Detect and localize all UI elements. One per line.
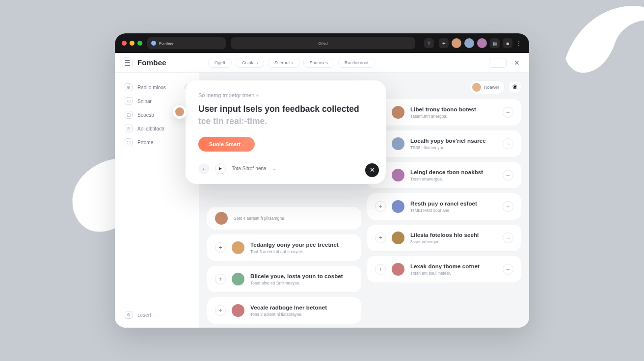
- chrome-avatar-3[interactable]: [477, 38, 487, 48]
- card-title: Vecale radboge lner betonet: [250, 305, 353, 310]
- list-item[interactable]: Sest 4 aerestt ft piltsamgne.: [207, 207, 361, 230]
- chrome-menu-icon[interactable]: ■: [503, 38, 512, 48]
- sidebar-item-3[interactable]: ◷ Aol albtitactr: [122, 122, 194, 135]
- list-item[interactable]: + Vecale radboge lner betonet Tons 3 aot…: [207, 297, 361, 324]
- card-title: Tcdanlgy oony your pee treetnet: [250, 242, 353, 248]
- arrow-right-icon[interactable]: →: [503, 201, 513, 212]
- traffic-close[interactable]: [122, 41, 127, 46]
- tab-3[interactable]: Snomses: [303, 58, 335, 68]
- card-title: Lelngi dence tbon noakbst: [410, 169, 497, 175]
- bag-icon: ▢: [125, 111, 133, 119]
- avatar-icon: [215, 212, 228, 225]
- card-title: Resth puy o rancl esfoet: [410, 201, 497, 206]
- sidebar-label: Aol albtitactr: [137, 126, 164, 131]
- plus-icon[interactable]: +: [215, 274, 226, 284]
- card-subtitle: Sest 4 aerestt ft piltsamgne.: [234, 216, 353, 221]
- popup-back-icon[interactable]: ‹: [198, 163, 209, 174]
- list-item[interactable]: + Tcdanlgy oony your pee treetnet Toot 3…: [207, 234, 361, 261]
- avatar-icon: [392, 137, 404, 150]
- plus-icon[interactable]: +: [375, 232, 386, 243]
- top-action-icon[interactable]: ❀: [509, 80, 521, 93]
- chrome-action-icon[interactable]: ✦: [439, 38, 449, 48]
- browser-chrome: Fombee Orled + ✦ ▤ ■ ⋮: [115, 33, 529, 53]
- current-user-chip[interactable]: Roawer: [470, 80, 505, 94]
- popup-author-avatar: [173, 105, 187, 119]
- avatar-icon: [392, 106, 404, 119]
- new-tab-button[interactable]: +: [424, 38, 434, 48]
- user-avatar-icon: [472, 83, 481, 92]
- popup-headline: User input lsels yon feedback collected …: [198, 103, 373, 128]
- sidebar-item-4[interactable]: ◌ Prtome: [122, 135, 194, 149]
- plus-icon[interactable]: +: [215, 305, 226, 316]
- popup-play-icon[interactable]: ▶: [215, 163, 226, 174]
- card-subtitle: Tons 3 aotent nl tiatsorayne.: [250, 312, 353, 317]
- popup-cta-button[interactable]: Suole Smert -: [198, 137, 255, 152]
- card-subtitle: Toset alne ett Sniltmeayoe.: [250, 281, 353, 285]
- avatar-icon: [232, 304, 244, 317]
- card-icon: ▭: [125, 97, 133, 105]
- plus-icon[interactable]: +: [375, 264, 386, 275]
- arrow-right-icon[interactable]: →: [503, 170, 513, 180]
- plus-icon[interactable]: +: [215, 242, 226, 253]
- avatar-icon: [232, 241, 244, 254]
- list-item[interactable]: + Lilesia foteloos hlo seehl 3sser urtne…: [367, 225, 521, 251]
- tab-1[interactable]: Cniplals: [236, 58, 264, 68]
- tab-0[interactable]: Ogett: [208, 58, 232, 68]
- sidebar-footer[interactable]: ⚙ Lesert: [122, 308, 194, 322]
- sidebar-item-0[interactable]: ⊕ Radllo mioos ·: [122, 80, 194, 94]
- card-subtitle: 3sser urtnergoe.: [410, 239, 497, 244]
- popup-footer-label: Tota Sltrof-hena: [232, 166, 267, 171]
- arrow-right-icon[interactable]: →: [503, 138, 513, 149]
- card-subtitle: Trssn ent soul insteer.: [410, 271, 497, 276]
- traffic-minimize[interactable]: [130, 41, 134, 46]
- popup-kicker: So inemg tmoetgr tmen: [198, 92, 373, 98]
- list-item[interactable]: + Lelngi dence tbon noakbst Trssn urtane…: [367, 162, 521, 188]
- bg-swoosh-top: [546, 0, 644, 108]
- tab-label: Fombee: [159, 41, 173, 46]
- hamburger-icon[interactable]: [122, 57, 133, 68]
- browser-tab[interactable]: Fombee: [147, 37, 226, 49]
- url-bar[interactable]: Orled: [231, 37, 415, 49]
- sidebar-label: Sninar: [137, 99, 152, 104]
- popup-close-button[interactable]: ✕: [365, 163, 379, 177]
- list-item[interactable]: + Lexak dony tbome cotnet Trssn ent soul…: [367, 256, 521, 283]
- traffic-lights: [122, 41, 142, 46]
- card-subtitle: Tasem.tnrt anergos.: [410, 114, 497, 119]
- traffic-maximize[interactable]: [137, 41, 142, 46]
- onboarding-popup: So inemg tmoetgr tmen User input lsels y…: [186, 80, 386, 184]
- chrome-avatar-2[interactable]: [464, 38, 474, 48]
- headline-a: User input lsels yon feedback collected: [198, 104, 359, 114]
- url-text: Orled: [318, 41, 328, 46]
- arrow-right-icon[interactable]: →: [503, 232, 513, 243]
- tab-4[interactable]: Roatliernoot: [338, 58, 375, 68]
- card-subtitle: TsMEt Msnt zoot ane.: [410, 208, 497, 213]
- card-title: Libel trony tbono botest: [410, 106, 497, 112]
- tab-2[interactable]: Sseroults: [268, 58, 299, 68]
- plus-icon[interactable]: +: [375, 201, 386, 212]
- arrow-right-icon[interactable]: →: [503, 107, 513, 118]
- chat-icon: ◌: [125, 138, 133, 146]
- search-pill[interactable]: [489, 58, 507, 68]
- avatar-icon: [392, 169, 404, 181]
- user-label: Roawer: [484, 85, 499, 90]
- chrome-extension-icon[interactable]: ▤: [490, 38, 500, 48]
- card-title: Localh yopy bov'ricl nsaree: [410, 138, 497, 144]
- list-item[interactable]: + Libel trony tbono botest Tasem.tnrt an…: [367, 99, 521, 126]
- appbar-close-icon[interactable]: ✕: [511, 57, 522, 68]
- chrome-avatar-1[interactable]: [452, 38, 461, 48]
- list-item[interactable]: + Localh yopy bov'ricl nsaree TS38 l.ftn…: [367, 130, 521, 157]
- list-item[interactable]: + Resth puy o rancl esfoet TsMEt Msnt zo…: [367, 193, 521, 220]
- card-title: Lilesia foteloos hlo seehl: [410, 232, 497, 238]
- gear-icon: ⚙: [125, 311, 133, 319]
- arrow-right-icon[interactable]: →: [503, 264, 513, 275]
- card-title: Lexak dony tbome cotnet: [410, 263, 497, 269]
- chevron-down-icon[interactable]: ⌄: [272, 166, 276, 171]
- list-item[interactable]: + Blicele youe, losta youn to cosbet Tos…: [207, 266, 361, 292]
- popup-footer: ‹ ▶ Tota Sltrof-hena ⌄: [198, 163, 373, 174]
- card-subtitle: TS38 l.ftntmenyor.: [410, 145, 497, 150]
- brand-title: Fombee: [137, 58, 166, 67]
- sidebar-label: Radllo mioos: [137, 85, 166, 90]
- headline-c: real:-time.: [226, 116, 267, 126]
- avatar-icon: [232, 273, 244, 285]
- chrome-overflow-icon[interactable]: ⋮: [515, 39, 522, 47]
